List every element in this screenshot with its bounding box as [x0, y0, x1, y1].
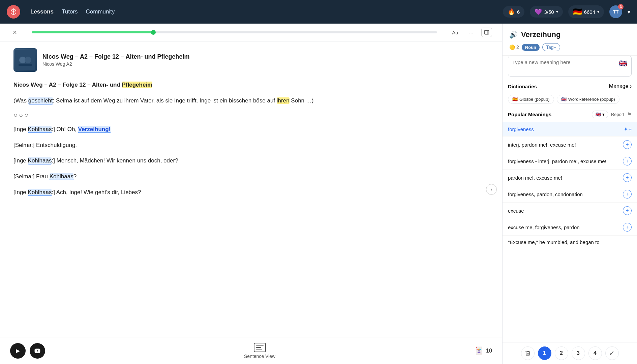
playback-controls: ▶ — [10, 343, 45, 359]
font-button[interactable]: Aa — [449, 28, 461, 37]
avatar-chevron-icon[interactable]: ▾ — [628, 9, 630, 15]
add-double-button[interactable]: ✦+ — [624, 126, 632, 132]
meaning-item-forgiveness[interactable]: forgiveness ✦+ — [503, 122, 637, 136]
add-button[interactable]: + — [623, 173, 632, 182]
flashcards-button[interactable]: 🃏 10 — [474, 346, 492, 355]
meaning-item-4[interactable]: pardon me!, excuse me! + — [503, 170, 637, 186]
nav-links: Lessons Tutors Community — [30, 8, 115, 15]
bottom-bar: ▶ Sentence View 🃏 10 — [0, 337, 502, 364]
points-count: 6604 — [584, 9, 595, 15]
lesson-progress-stat[interactable]: 💜 3/50 ▾ — [530, 6, 563, 18]
dictionaries-title: Dictionaries — [508, 84, 537, 89]
next-arrow-button[interactable]: › — [486, 184, 497, 195]
noun-tag[interactable]: Noun — [522, 44, 540, 51]
geschieht-word[interactable]: geschieht — [28, 97, 53, 104]
lesson-content: Nicos Weg – A2 – Folge 12 – Alten- und P… — [0, 41, 502, 337]
close-button[interactable]: × — [10, 28, 20, 37]
nav-tutors[interactable]: Tutors — [62, 8, 78, 15]
more-options-button[interactable]: ··· — [466, 28, 476, 37]
sound-icon[interactable]: 🔊 — [509, 31, 518, 39]
add-button[interactable]: + — [623, 157, 632, 165]
user-avatar[interactable]: TT 3 — [609, 5, 622, 18]
streak-stat[interactable]: 🔥 6 — [503, 6, 524, 18]
page-2-button[interactable]: 2 — [555, 346, 568, 360]
meaning-item-7[interactable]: excuse me, forgiveness, pardon + — [503, 219, 637, 236]
page-3-button[interactable]: 3 — [572, 346, 585, 360]
popular-meanings-header: Popular Meanings 🇬🇧 ▾ Report ⚑ — [503, 108, 637, 121]
meaning-text: forgiveness - interj. pardon me!, excuse… — [508, 158, 623, 164]
add-button[interactable]: + — [623, 140, 632, 149]
lesson-heading-block: Nicos Weg – A2 – Folge 12 – Alten- und P… — [13, 80, 489, 90]
kohlhaas-2[interactable]: Kohlhaas — [28, 157, 52, 164]
meaning-item-6[interactable]: excuse + — [503, 203, 637, 219]
dict-wordreference[interactable]: 🇬🇧 WordReference (popup) — [557, 95, 619, 104]
lesson-title: Nicos Weg – A2 – Folge 12 – Alten- und P… — [42, 53, 189, 60]
dialogue-line-1: [Inge Kohlhaas:] Oh! Oh, Verzeihung! — [13, 124, 489, 135]
popular-actions: 🇬🇧 ▾ Report ⚑ — [592, 111, 632, 118]
report-button[interactable]: Report — [611, 112, 624, 117]
flag-uk-small: 🇬🇧 — [596, 112, 601, 117]
kohlhaas-4[interactable]: Kohlhaas — [28, 189, 52, 196]
add-button[interactable]: + — [623, 206, 632, 215]
meaning-item-8[interactable]: "Excuse me," he mumbled, and began to — [503, 236, 637, 249]
cards-icon: 🃏 — [474, 346, 483, 355]
dialogue-line-4: [Selma:] Frau Kohlhaas? — [13, 172, 489, 182]
kohlhaas-3[interactable]: Kohlhaas — [50, 173, 73, 180]
tag-plus-button[interactable]: Tag+ — [542, 43, 560, 51]
fire-icon: 🔥 — [508, 8, 515, 16]
language-selector[interactable]: 🇬🇧 ▾ — [592, 111, 608, 118]
flag-gb-icon: 🇬🇧 — [561, 97, 567, 102]
kohlhaas-1[interactable]: Kohlhaas — [28, 126, 52, 133]
meaning-item-2[interactable]: interj. pardon me!, excuse me! + — [503, 136, 637, 153]
points-stat[interactable]: 🇩🇪 6604 ▾ — [568, 5, 604, 18]
check-button[interactable]: ✓ — [605, 346, 619, 360]
lesson-subtitle: Nicos Weg A2 — [42, 61, 189, 67]
flag-es-icon: 🇪🇸 — [512, 97, 518, 102]
sentence-view-label: Sentence View — [244, 354, 275, 359]
meaning-text: pardon me!, excuse me! — [508, 175, 623, 181]
report-icon: ⚑ — [627, 111, 632, 118]
nav-lessons[interactable]: Lessons — [30, 8, 54, 15]
gem-count: 🟡 2 — [509, 44, 519, 50]
topnav-right: 🔥 6 💜 3/50 ▾ 🇩🇪 6604 ▾ TT 3 ▾ — [503, 5, 630, 18]
meaning-item-5[interactable]: forgiveness, pardon, condonation + — [503, 186, 637, 203]
page-1-button[interactable]: 1 — [538, 346, 551, 360]
panel-header: 🔊 Verzeihung 🟡 2 Noun Tag+ — [503, 24, 637, 56]
app-logo[interactable] — [7, 5, 20, 19]
dots-separator: ○○○ — [13, 111, 489, 119]
chevron-down-icon: ▾ — [556, 9, 558, 14]
main-layout: × Aa ··· — [0, 24, 637, 364]
nav-community[interactable]: Community — [86, 8, 115, 15]
meaning-text: excuse — [508, 208, 623, 214]
page-4-button[interactable]: 4 — [588, 346, 602, 360]
youtube-button[interactable] — [30, 343, 45, 359]
gem-small-icon: 🟡 — [509, 44, 515, 50]
progress-dot — [151, 30, 156, 35]
lesson-header: Nicos Weg – A2 – Folge 12 – Alten- und P… — [13, 48, 489, 72]
meanings-list: forgiveness ✦+ interj. pardon me!, excus… — [503, 122, 637, 342]
meaning-item-3[interactable]: forgiveness - interj. pardon me!, excuse… — [503, 153, 637, 170]
meaning-input[interactable] — [512, 59, 616, 73]
panel-footer: 1 2 3 4 ✓ — [503, 342, 637, 364]
add-button[interactable]: + — [623, 190, 632, 199]
delete-button[interactable] — [521, 346, 535, 360]
lesson-info: Nicos Weg – A2 – Folge 12 – Alten- und P… — [42, 53, 189, 67]
dialogue-line-5: [Inge Kohlhaas:] Ach, Inge! Wie geht's d… — [13, 187, 489, 198]
play-button[interactable]: ▶ — [10, 343, 26, 359]
progress-fill — [32, 31, 153, 33]
cards-count: 10 — [486, 348, 492, 354]
ihren-word[interactable]: ihren — [277, 97, 290, 104]
sentence-view-button[interactable]: Sentence View — [244, 343, 275, 359]
heading-highlight[interactable]: Pflegeheim — [122, 82, 153, 88]
dict-glosbe[interactable]: 🇪🇸 Glosbe (popup) — [508, 95, 554, 104]
manage-link[interactable]: Manage › — [609, 83, 632, 89]
dialogue-line-2: [Selma:] Entschuldigung. — [13, 140, 489, 151]
chevron-right-icon: › — [630, 83, 632, 89]
lesson-progress: 3/50 — [544, 9, 554, 15]
lesson-description: (Was geschieht: Selma ist auf dem Weg zu… — [13, 96, 489, 106]
expand-panel-button[interactable] — [481, 28, 492, 37]
progress-bar — [32, 31, 437, 33]
topnav: Lessons Tutors Community 🔥 6 💜 3/50 ▾ 🇩🇪… — [0, 0, 637, 24]
add-button[interactable]: + — [623, 223, 632, 232]
verzeihung-word[interactable]: Verzeihung! — [78, 126, 111, 133]
